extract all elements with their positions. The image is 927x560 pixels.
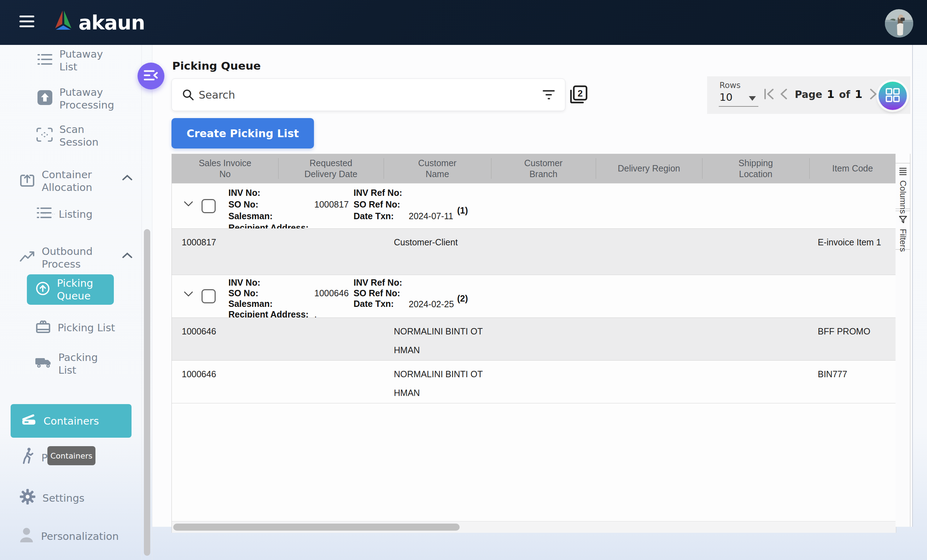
column-header[interactable]: Sales Invoice No [172, 154, 278, 183]
tab-label: Filters [898, 229, 908, 252]
sidebar-item-picking-list[interactable]: Picking List [35, 319, 115, 336]
column-header[interactable]: Delivery Region [596, 154, 702, 183]
sidebar-item-containers[interactable]: Containers [11, 404, 132, 438]
rows-select-underline [719, 106, 758, 107]
list-icon [37, 53, 53, 68]
app-root: akaun PutawayList [0, 0, 927, 560]
hscrollbar-thumb[interactable] [173, 524, 460, 531]
nav-label: Container [42, 168, 92, 181]
svg-text:2: 2 [578, 88, 583, 99]
so-no-value: 1000817 [314, 199, 349, 210]
sidebar-item-scan-session[interactable]: ScanSession [36, 123, 99, 149]
person-icon [19, 527, 34, 545]
group-row: INV No: SO No: Salesman: Recipient Addre… [172, 275, 896, 317]
user-avatar[interactable] [885, 9, 913, 38]
nav-label: Settings [43, 492, 85, 504]
sidebar-item-outbound-process[interactable]: OutboundProcess [20, 245, 93, 270]
container-out-icon [20, 173, 35, 190]
nav-label: Processing [59, 99, 114, 111]
nav-label: Listing [59, 208, 93, 221]
group-row: INV No: SO No: Salesman: Recipient Addre… [172, 183, 896, 228]
next-page-button[interactable] [869, 88, 878, 100]
tooltip-text: Containers [50, 451, 93, 460]
search-bar[interactable] [172, 79, 565, 111]
nav-label: Picking List [58, 321, 115, 334]
tab-columns[interactable]: Columns [895, 163, 910, 209]
trend-up-icon [20, 250, 35, 265]
upload-box-icon [37, 90, 53, 108]
sidebar-item-packing-list[interactable]: PackingList [35, 351, 98, 376]
sidebar-item-putaway-list[interactable]: PutawayList [37, 48, 103, 73]
sidebar-item-picking-queue[interactable]: PickingQueue [27, 274, 114, 305]
chevron-up-icon[interactable] [122, 174, 132, 182]
brand-name: akaun [79, 9, 145, 37]
so-no-value: 1000646 [314, 288, 349, 298]
table-row[interactable]: 1000817 Customer-Client E-invoice Item 1 [172, 228, 896, 275]
sidebar-scrollbar[interactable] [144, 229, 150, 556]
column-header[interactable]: Requested Delivery Date [278, 154, 384, 183]
current-page-number: 1 [827, 88, 835, 100]
nav-label: List [58, 364, 98, 376]
page-title: Picking Queue [172, 59, 261, 72]
sidebar-item-putaway-processing[interactable]: PutawayProcessing [37, 86, 114, 111]
nav-label: Packing [58, 351, 98, 364]
prev-page-button[interactable] [779, 88, 789, 100]
date-txn-value: 2024-02-25 [409, 298, 454, 310]
of-word: of [839, 89, 850, 100]
nav-label: Session [59, 136, 99, 149]
content-right-edge [912, 45, 913, 527]
search-input[interactable] [198, 88, 542, 102]
nav-label: Scan [59, 123, 99, 136]
picking-queue-table: Sales Invoice No Requested Delivery Date… [172, 154, 896, 533]
tab-label: Columns [898, 180, 908, 214]
apps-grid-button[interactable] [878, 82, 907, 110]
expand-chevron-icon[interactable] [184, 291, 193, 298]
invoice-cell: 1000646 [182, 326, 216, 337]
truck-icon [35, 356, 52, 372]
list-icon [36, 207, 52, 221]
table-row[interactable]: 1000646 NORMALINI BINTI OT HMAN BFF PROM… [172, 317, 896, 360]
hamburger-menu-icon[interactable] [20, 15, 34, 30]
group-count: (1) [457, 205, 468, 216]
collapse-sidebar-button[interactable] [138, 62, 164, 90]
item-code-cell: E-invoice Item 1 [818, 237, 881, 247]
sidebar-item-container-allocation[interactable]: ContainerAllocation [20, 168, 92, 194]
rows-per-page-select[interactable]: 10 [719, 91, 732, 103]
invoice-cell: 1000817 [182, 237, 216, 247]
grid-icon [885, 88, 900, 104]
table-header-row: Sales Invoice No Requested Delivery Date… [172, 154, 896, 183]
customer-cell: Customer-Client [394, 237, 496, 247]
arrow-up-circle-icon [35, 281, 50, 298]
brand-triangle-icon [52, 10, 74, 35]
duplicate-view-icon[interactable]: 2 [568, 85, 588, 105]
first-page-button[interactable] [763, 88, 776, 100]
nav-label: Putaway [59, 48, 103, 61]
row-checkbox[interactable] [202, 289, 216, 304]
rows-caret-icon[interactable] [749, 96, 756, 101]
brand-logo[interactable]: akaun [52, 9, 145, 37]
column-header[interactable]: Item Code [809, 154, 896, 183]
expand-chevron-icon[interactable] [184, 201, 193, 208]
pager-controls: Page 1 of 1 [763, 88, 894, 100]
item-code-cell: BFF PROMO [818, 326, 871, 337]
nav-label: Picking [57, 277, 93, 290]
container-scanner-icon [21, 413, 37, 429]
tab-filters[interactable]: Filters [895, 211, 910, 250]
filter-lines-icon[interactable] [542, 88, 556, 102]
sidebar-item-personalization[interactable]: Personalization [19, 527, 119, 545]
sidebar-item-settings[interactable]: Settings [20, 489, 85, 507]
column-header[interactable]: Customer Branch [491, 154, 596, 183]
table-row[interactable]: 1000646 NORMALINI BINTI OT HMAN BIN777 [172, 360, 896, 403]
sidebar-item-listing[interactable]: Listing [36, 207, 93, 221]
create-picking-list-button[interactable]: Create Picking List [172, 118, 314, 149]
nav-label: Process [42, 258, 93, 270]
column-header[interactable]: Customer Name [384, 154, 491, 183]
rows-label: Rows [719, 80, 741, 90]
top-navbar: akaun [0, 0, 927, 45]
containers-tooltip: Containers [47, 446, 96, 465]
customer-cell: NORMALINI BINTI OT [394, 369, 496, 379]
column-header[interactable]: Shipping Location [702, 154, 809, 183]
row-checkbox[interactable] [202, 199, 216, 213]
nav-label: Containers [44, 415, 99, 427]
chevron-up-icon[interactable] [122, 252, 132, 260]
